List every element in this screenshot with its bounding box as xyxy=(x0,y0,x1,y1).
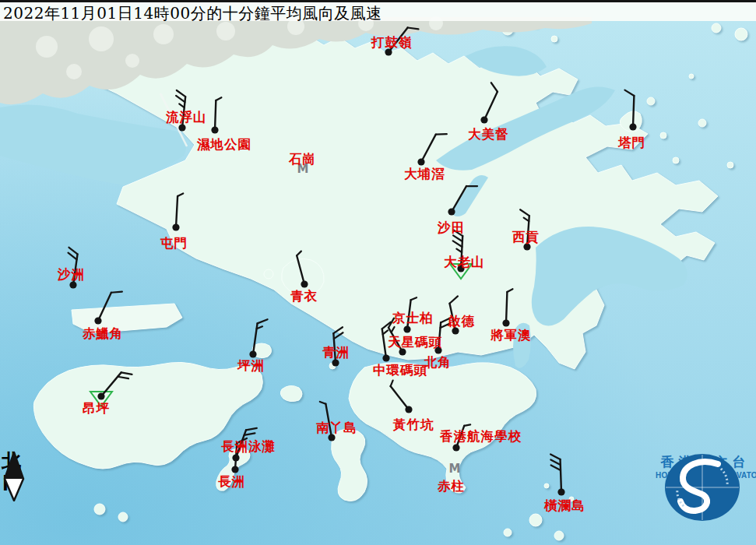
wind-barb-shaft xyxy=(389,328,403,352)
wind-barb-tick xyxy=(176,96,185,102)
wind-barb-shaft xyxy=(325,404,332,438)
station-天星碼頭 xyxy=(389,318,406,356)
wind-barb-tick xyxy=(441,318,451,322)
station-黃竹坑 xyxy=(391,381,413,413)
wind-barb-shaft xyxy=(215,100,216,130)
station-layer: MM xyxy=(0,0,756,545)
station-dot xyxy=(211,126,218,133)
station-dot xyxy=(557,488,564,495)
wind-barb-shaft xyxy=(98,293,111,321)
station-沙田 xyxy=(448,186,477,216)
wind-barb-tick xyxy=(179,104,185,107)
wind-barb-shaft xyxy=(235,443,237,469)
wind-barb-tick xyxy=(118,377,128,378)
wind-barb-tick xyxy=(69,253,77,260)
title-bar: 2022年11月01日14時00分的十分鐘平均風向及風速 xyxy=(0,0,756,21)
wind-barb-shaft xyxy=(452,186,466,212)
wind-barb-tick xyxy=(520,209,529,216)
station-南丫島 xyxy=(320,402,336,441)
station-大美督 xyxy=(480,83,498,123)
station-dot xyxy=(480,116,487,123)
station-香港航海學校 xyxy=(452,424,470,451)
station-北角 xyxy=(434,318,450,353)
station-屯門 xyxy=(172,193,183,230)
wind-barb-tick xyxy=(383,330,388,334)
station-dot xyxy=(399,348,406,355)
station-dot xyxy=(328,434,335,441)
wind-barb-shaft xyxy=(176,196,178,227)
station-塔門 xyxy=(624,90,636,131)
wind-barb-shaft xyxy=(421,135,436,162)
wind-barb-tick xyxy=(333,327,343,333)
station-赤柱: M xyxy=(449,462,461,476)
map-title: 2022年11月01日14時00分的十分鐘平均風向及風速 xyxy=(3,3,382,24)
station-石崗: M xyxy=(297,162,309,176)
wind-barb-tick xyxy=(453,235,462,241)
station-dot xyxy=(523,243,530,250)
wind-barb-tick xyxy=(258,319,268,323)
station-青衣 xyxy=(297,251,308,288)
compass: 北 N xyxy=(2,452,36,494)
wind-barb-tick xyxy=(111,292,122,293)
wind-barb-tick xyxy=(624,90,634,96)
wind-barb-tick xyxy=(121,372,132,374)
wind-barb-tick xyxy=(411,297,417,300)
wind-barb-tick xyxy=(441,323,451,328)
wind-barb-tick xyxy=(551,465,561,470)
wind-barb-tick xyxy=(69,248,77,255)
station-dot xyxy=(231,466,238,473)
wind-barb-tick xyxy=(391,381,393,386)
station-dot xyxy=(94,317,101,324)
station-dot xyxy=(301,280,308,287)
hko-logo: 香港天文台 HONG KONG OBSERVATORY xyxy=(656,452,755,480)
station-dot xyxy=(448,208,455,215)
station-青洲 xyxy=(332,327,343,366)
station-dot xyxy=(97,392,104,399)
missing-data-marker: M xyxy=(449,462,461,476)
station-dot xyxy=(434,346,441,353)
wind-barb-shaft xyxy=(438,322,441,350)
station-啟德 xyxy=(450,296,459,334)
hko-logo-icon xyxy=(656,452,749,523)
station-dot xyxy=(172,223,179,230)
station-dot xyxy=(457,265,464,272)
station-打鼓嶺 xyxy=(385,27,418,55)
wind-barb-shaft xyxy=(407,300,411,329)
station-dot xyxy=(69,281,76,288)
station-dot xyxy=(249,350,256,357)
station-dot xyxy=(385,48,392,55)
station-西貢 xyxy=(520,209,530,250)
wind-barb-shaft xyxy=(633,96,634,127)
station-dot xyxy=(452,444,459,451)
wind-barb-tick xyxy=(320,402,326,404)
wind-barb-tick xyxy=(408,27,419,29)
wind-barb-tick xyxy=(507,289,512,292)
station-流浮山 xyxy=(176,90,186,132)
station-dot xyxy=(332,359,339,366)
wind-barb-shaft xyxy=(391,386,409,410)
compass-arrow-icon xyxy=(2,452,26,501)
wind-barb-tick xyxy=(550,459,560,465)
station-赤鱲角 xyxy=(94,292,122,325)
station-坪洲 xyxy=(249,319,267,357)
wind-barb-tick xyxy=(464,424,470,425)
wind-barb-tick xyxy=(550,454,560,459)
wind-barb-tick xyxy=(177,90,185,97)
wind-barb-tick xyxy=(297,251,301,256)
wind-barb-shaft xyxy=(484,92,498,120)
station-dot xyxy=(629,123,636,130)
station-濕地公園 xyxy=(211,97,221,133)
wind-barb-tick xyxy=(216,97,221,100)
station-dot xyxy=(178,124,185,131)
wind-barb-tick xyxy=(453,230,462,236)
wind-barb-shaft xyxy=(297,255,304,284)
station-dot xyxy=(403,325,410,332)
station-dot xyxy=(502,319,509,326)
station-昂坪 xyxy=(90,372,132,406)
wind-barb-tick xyxy=(244,433,255,434)
station-dot xyxy=(405,406,412,413)
wind-barb-tick xyxy=(178,193,183,196)
wind-map-canvas: MM 打鼓嶺流浮山濕地公園石崗大美督塔門大埔滘沙田西貢屯門沙洲赤鱲角青衣青洲京士… xyxy=(0,0,756,545)
wind-barb-tick xyxy=(450,296,458,303)
station-京士柏 xyxy=(403,297,417,332)
